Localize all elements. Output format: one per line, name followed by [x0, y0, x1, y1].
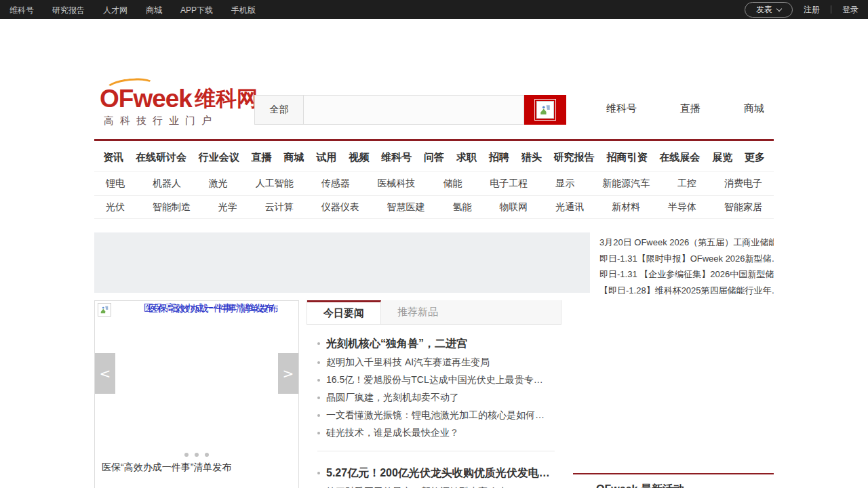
nav-item[interactable]: 在线研讨会 — [136, 151, 186, 164]
carousel-dot[interactable] — [205, 453, 209, 457]
category-link[interactable]: 工控 — [677, 178, 696, 190]
search-category-dropdown[interactable]: 全部 — [254, 95, 303, 125]
event-announcement[interactable]: 【即日-1.28】维科杯2025第四届储能行业年… — [599, 283, 774, 299]
broken-image-icon — [536, 101, 554, 119]
nav-item[interactable]: 直播 — [252, 151, 272, 164]
nav-item[interactable]: 视频 — [349, 151, 369, 164]
nav-item[interactable]: 求职 — [456, 151, 477, 164]
topbar-link[interactable]: 手机版 — [231, 5, 256, 15]
nav-item[interactable]: 展览 — [712, 151, 732, 164]
news-item[interactable]: 光刻机核心“独角兽”，二进宫 — [317, 333, 560, 354]
news-panel: 今日要闻 推荐新品 光刻机核心“独角兽”，二进宫 赵明加入千里科技 AI汽车赛道… — [307, 300, 561, 488]
header-quick-link[interactable]: 直播 — [680, 102, 701, 115]
header-quick-link[interactable]: 商城 — [744, 102, 764, 115]
news-item[interactable]: 晶圆厂疯建，光刻机却卖不动了 — [317, 389, 560, 407]
event-announcement[interactable]: 即日-1.31 【企业参编征集】2026中国新型储… — [599, 266, 774, 283]
nav-item[interactable]: 问答 — [424, 151, 444, 164]
header-accent-rule — [94, 139, 774, 141]
search-button[interactable] — [524, 95, 566, 125]
carousel-prev-button[interactable]: < — [95, 353, 115, 394]
category-link[interactable]: 光伏 — [106, 201, 125, 214]
tab-today-headlines[interactable]: 今日要闻 — [307, 300, 381, 324]
news-item[interactable]: 一文看懂激光振镜：锂电池激光加工的核心是如何… — [317, 407, 560, 424]
tab-recommended-products[interactable]: 推荐新品 — [381, 300, 454, 324]
bullet-icon — [317, 361, 320, 364]
category-link[interactable]: 光通讯 — [555, 201, 584, 214]
news-item[interactable]: 5.27亿元！200亿光伏龙头收购优质光伏发电… — [317, 463, 560, 483]
category-link[interactable]: 激光 — [209, 178, 228, 190]
topbar-links: 维科号研究报告人才网商城APP下载手机版 — [9, 3, 256, 16]
nav-item[interactable]: 商城 — [284, 151, 304, 164]
nav-item[interactable]: 行业会议 — [199, 151, 239, 164]
news-item-text: 赵明加入千里科技 AI汽车赛道再生变局 — [326, 357, 490, 369]
category-link[interactable]: 显示 — [555, 178, 574, 190]
carousel-dots — [95, 453, 298, 457]
carousel-dot[interactable] — [195, 453, 199, 457]
category-link[interactable]: 智慧医建 — [387, 201, 425, 214]
category-row-2: 光伏智能制造光学云计算仪器仪表智慧医建氢能物联网光通讯新材料半导体智能家居 — [94, 195, 774, 219]
site-header: OFweek维科网 高科技行业门户 全部 维科号直播商城 — [94, 78, 774, 139]
nav-item[interactable]: 维科号 — [381, 151, 412, 164]
nav-item[interactable]: 招聘 — [489, 151, 509, 164]
search-bar: 全部 — [254, 95, 566, 125]
nav-item[interactable]: 招商引资 — [606, 151, 647, 164]
nav-item[interactable]: 试用 — [316, 151, 336, 164]
category-link[interactable]: 机器人 — [153, 178, 181, 190]
category-link[interactable]: 仪器仪表 — [321, 201, 359, 214]
category-link[interactable]: 氢能 — [452, 201, 471, 214]
nav-item[interactable]: 研究报告 — [554, 151, 595, 164]
category-link[interactable]: 云计算 — [265, 201, 294, 214]
news-item[interactable]: 硅光技术，谁是成长最快企业？ — [317, 424, 560, 442]
nav-item[interactable]: 猎头 — [521, 151, 542, 164]
banner-ad-placeholder[interactable] — [94, 232, 590, 293]
search-input[interactable] — [303, 95, 524, 125]
category-link[interactable]: 储能 — [443, 178, 462, 190]
event-announcement[interactable]: 即日-1.31【限时申报】OFweek 2026新型储… — [599, 251, 774, 267]
category-link[interactable]: 电子工程 — [490, 178, 528, 190]
event-announcement[interactable]: 3月20日 OFweek 2026（第五届）工商业储能… — [599, 235, 774, 251]
category-link[interactable]: 光学 — [218, 201, 237, 214]
top-utility-bar: 维科号研究报告人才网商城APP下载手机版 发表 注册 登录 — [0, 0, 868, 19]
news-item-text: 光刻机核心“独角兽”，二进宫 — [326, 337, 467, 351]
news-carousel: 医保“高效办成一件事”清单发布医保“高效办成一件事”清单发布 < > 医保“高效… — [94, 300, 299, 488]
header-quick-link[interactable]: 维科号 — [606, 102, 637, 115]
category-link[interactable]: 智能家居 — [724, 201, 762, 214]
news-item[interactable]: 16.5亿！爱旭股份与TCL达成中国光伏史上最贵专… — [317, 371, 560, 389]
logo-tagline: 高科技行业门户 — [104, 115, 258, 127]
category-link[interactable]: 消费电子 — [724, 178, 762, 190]
nav-item[interactable]: 在线展会 — [659, 151, 700, 164]
category-link[interactable]: 物联网 — [499, 201, 528, 214]
news-item[interactable]: 第三财季巨亏的日产，新能源转型也亮“红灯”？ — [317, 483, 560, 488]
category-link[interactable]: 人工智能 — [256, 178, 294, 190]
topbar-link-item: 研究报告 — [52, 3, 85, 16]
category-link[interactable]: 医械科技 — [378, 178, 416, 190]
category-link[interactable]: 新材料 — [612, 201, 640, 214]
topbar-link[interactable]: 研究报告 — [52, 5, 85, 15]
topbar-link[interactable]: APP下载 — [180, 5, 213, 15]
carousel-image-alt-text[interactable]: 医保“高效办成一件事”清单发布 — [149, 303, 278, 315]
category-link[interactable]: 半导体 — [668, 201, 696, 214]
topbar-link[interactable]: 维科号 — [9, 5, 34, 15]
category-link[interactable]: 新能源汽车 — [602, 178, 650, 190]
carousel-next-button[interactable]: > — [278, 353, 298, 394]
topbar-link[interactable]: 人才网 — [103, 5, 127, 15]
main-nav: 资讯在线研讨会行业会议直播商城试用视频维科号问答求职招聘猎头研究报告招商引资在线… — [94, 144, 774, 171]
site-logo[interactable]: OFweek维科网 高科技行业门户 — [100, 85, 258, 127]
category-link[interactable]: 智能制造 — [153, 201, 191, 214]
bullet-icon — [317, 432, 320, 434]
nav-item[interactable]: 更多 — [745, 151, 765, 164]
chevron-down-icon — [776, 5, 782, 11]
news-item-text: 硅光技术，谁是成长最快企业？ — [326, 427, 459, 439]
category-link[interactable]: 传感器 — [321, 178, 350, 190]
news-item[interactable]: 赵明加入千里科技 AI汽车赛道再生变局 — [317, 354, 560, 371]
carousel-dot[interactable] — [184, 453, 189, 457]
news-item-text: 5.27亿元！200亿光伏龙头收购优质光伏发电… — [326, 466, 550, 481]
nav-item[interactable]: 资讯 — [103, 151, 123, 164]
topbar-link[interactable]: 商城 — [146, 5, 162, 15]
register-link[interactable]: 注册 — [804, 4, 820, 16]
publish-button[interactable]: 发表 — [745, 2, 793, 18]
carousel-caption[interactable]: 医保“高效办成一件事”清单发布 — [102, 462, 231, 474]
news-list-group2: 5.27亿元！200亿光伏龙头收购优质光伏发电… 第三财季巨亏的日产，新能源转型… — [307, 462, 561, 488]
category-link[interactable]: 锂电 — [106, 178, 125, 190]
login-link[interactable]: 登录 — [842, 4, 859, 16]
